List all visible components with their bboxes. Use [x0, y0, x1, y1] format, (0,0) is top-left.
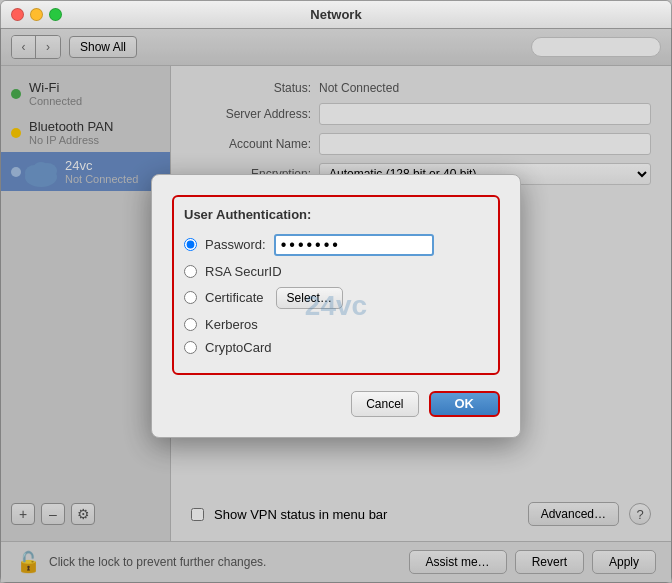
- certificate-label: Certificate: [205, 290, 264, 305]
- rsa-radio[interactable]: [184, 265, 197, 278]
- select-certificate-button[interactable]: Select…: [276, 287, 343, 309]
- ok-button[interactable]: OK: [429, 391, 501, 417]
- modal-buttons: Cancel OK: [172, 391, 500, 417]
- close-button[interactable]: [11, 8, 24, 21]
- certificate-radio[interactable]: [184, 291, 197, 304]
- maximize-button[interactable]: [49, 8, 62, 21]
- window-title: Network: [310, 7, 361, 22]
- password-input[interactable]: [274, 234, 434, 256]
- kerberos-radio[interactable]: [184, 318, 197, 331]
- auth-modal: 24vc User Authentication: Password: RSA …: [151, 174, 521, 438]
- cryptocard-label: CryptoCard: [205, 340, 271, 355]
- cryptocard-radio[interactable]: [184, 341, 197, 354]
- modal-auth-section: User Authentication: Password: RSA Secur…: [172, 195, 500, 375]
- rsa-label: RSA SecurID: [205, 264, 282, 279]
- auth-option-kerberos: Kerberos: [184, 317, 488, 332]
- titlebar: Network: [1, 1, 671, 29]
- auth-option-certificate: Certificate Select…: [184, 287, 488, 309]
- auth-option-rsa: RSA SecurID: [184, 264, 488, 279]
- password-radio[interactable]: [184, 238, 197, 251]
- modal-title: User Authentication:: [184, 207, 488, 222]
- auth-option-password: Password:: [184, 234, 488, 256]
- minimize-button[interactable]: [30, 8, 43, 21]
- auth-option-cryptocard: CryptoCard: [184, 340, 488, 355]
- traffic-lights: [11, 8, 62, 21]
- password-label: Password:: [205, 237, 266, 252]
- modal-overlay: 24vc User Authentication: Password: RSA …: [0, 28, 672, 583]
- cancel-button[interactable]: Cancel: [351, 391, 418, 417]
- kerberos-label: Kerberos: [205, 317, 258, 332]
